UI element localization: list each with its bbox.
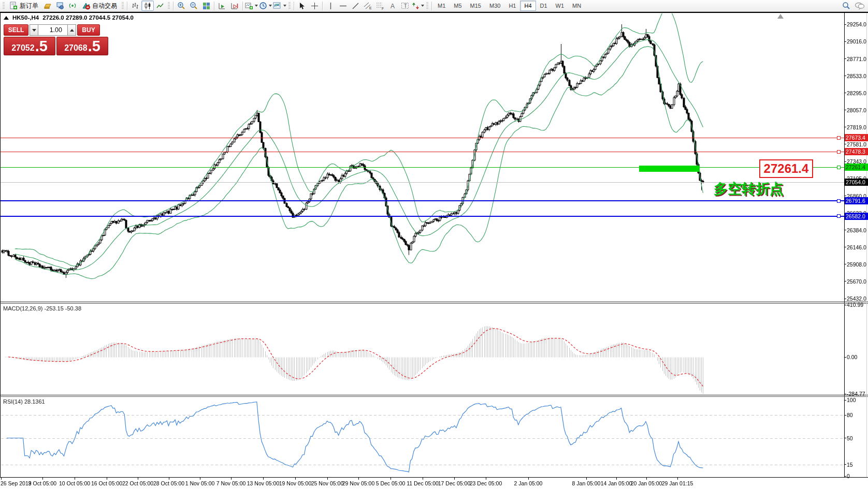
text-tool-button[interactable]: A <box>386 1 399 11</box>
hline-27673.4[interactable] <box>0 138 844 138</box>
signals-button[interactable] <box>66 1 79 11</box>
search-icon[interactable] <box>842 2 850 10</box>
price-line-tag: 26582.0 <box>845 213 868 220</box>
time-axis-border <box>0 477 868 478</box>
new-chart-button[interactable] <box>244 1 258 11</box>
hline-26791.6[interactable] <box>0 200 844 201</box>
macd-axis-label: 0.00 <box>847 354 857 360</box>
triangle-up-icon <box>70 29 74 32</box>
main-toolbar: 新订单 <box>0 0 868 12</box>
label-tool-button[interactable]: T <box>399 1 411 11</box>
timeframe-button-m30[interactable]: M30 <box>485 1 504 11</box>
vline-tool-button[interactable] <box>324 1 337 11</box>
price-line-tag: 27673.4 <box>845 134 868 141</box>
chat-icon[interactable] <box>855 2 865 10</box>
tile-windows-icon <box>202 2 210 10</box>
line-chart-mode-button[interactable] <box>154 1 166 11</box>
arrows-tool-button[interactable] <box>411 1 425 11</box>
scroll-marker-icon[interactable] <box>777 14 784 19</box>
chart-title: HK50-,H4 27226.0 27289.0 27044.5 27054.0 <box>4 14 134 21</box>
toolbar-grip[interactable] <box>168 2 170 9</box>
clock-icon <box>259 2 267 10</box>
rsi-separator[interactable] <box>0 395 868 395</box>
collapse-arrow-icon[interactable] <box>4 16 9 20</box>
hline-handle[interactable] <box>837 136 841 140</box>
hline-handle[interactable] <box>837 150 841 154</box>
auto-scroll-button[interactable] <box>216 1 228 11</box>
highlight-bar-annotation[interactable] <box>639 166 700 172</box>
timeframe-toolbar: M1M5M15M30H1H4D1W1MN <box>433 1 585 11</box>
volume-decrease-button[interactable] <box>30 24 38 36</box>
timeframe-button-w1[interactable]: W1 <box>552 1 569 11</box>
volume-input[interactable] <box>38 24 67 36</box>
hline-27261.4[interactable] <box>0 167 844 168</box>
label-tool-icon: T <box>401 2 410 10</box>
hline-tool-button[interactable] <box>337 1 349 11</box>
macd-separator[interactable] <box>0 302 868 302</box>
sell-button[interactable]: SELL <box>4 24 28 36</box>
arrows-icon <box>412 2 419 10</box>
trendline-tool-button[interactable] <box>349 1 361 11</box>
timeframe-button-h4[interactable]: H4 <box>520 1 536 11</box>
toolbar-separator <box>214 2 214 10</box>
bar-chart-mode-button[interactable] <box>129 1 141 11</box>
zoom-out-button[interactable] <box>187 1 200 11</box>
hline-handle[interactable] <box>837 214 841 218</box>
fibonacci-tool-button[interactable]: F <box>374 1 386 11</box>
auto-trading-button[interactable]: 自动交易 <box>79 1 120 11</box>
new-order-button[interactable]: 新订单 <box>6 1 41 11</box>
application-window: 新订单 <box>0 0 868 489</box>
indicators-button[interactable] <box>272 1 287 11</box>
window-right-edge <box>866 13 867 477</box>
cursor-tool-button[interactable] <box>296 1 308 11</box>
time-axis-label: 2 Jan 05:00 <box>505 480 552 486</box>
dropdown-caret-icon <box>269 5 272 7</box>
toolbar-grip[interactable] <box>122 2 124 9</box>
dropdown-caret-icon <box>421 5 424 7</box>
toolbar-grip[interactable] <box>288 2 291 9</box>
chart-shift-button[interactable] <box>228 1 241 11</box>
periods-button[interactable] <box>258 1 272 11</box>
price-line-tag: 27054.0 <box>845 179 868 186</box>
price-chart-canvas[interactable] <box>0 12 868 489</box>
zoom-in-button[interactable] <box>175 1 187 11</box>
channel-tool-button[interactable]: E <box>361 1 374 11</box>
timeframe-button-mn[interactable]: MN <box>568 1 585 11</box>
timeframe-button-d1[interactable]: D1 <box>536 1 552 11</box>
hline-handle[interactable] <box>837 199 841 203</box>
sell-price-tile[interactable]: 27052 .5 <box>4 37 55 55</box>
profiles-button[interactable] <box>41 1 54 11</box>
buy-button[interactable]: BUY <box>77 24 100 36</box>
price-axis-label: 29016.0 <box>847 38 866 45</box>
buy-price-frac: .5 <box>88 39 100 54</box>
volume-increase-button[interactable] <box>67 24 76 36</box>
candlestick-mode-button[interactable] <box>141 1 154 11</box>
note-text-annotation[interactable]: 多空转折点 <box>714 180 784 198</box>
navigator-button[interactable] <box>54 1 66 11</box>
timeframe-button-m5[interactable]: M5 <box>450 1 466 11</box>
buy-price-tile[interactable]: 27068 .5 <box>56 37 108 55</box>
timeframe-button-h1[interactable]: H1 <box>504 1 520 11</box>
price-line-tag: 27261.4 <box>845 164 868 171</box>
hline-26582.0[interactable] <box>0 216 844 217</box>
buy-price-int: 27068 <box>64 42 88 54</box>
price-axis-label: 28771.0 <box>847 56 866 62</box>
price-axis-border[interactable] <box>844 13 845 477</box>
hline-handle[interactable] <box>837 166 841 169</box>
toolbar-grip[interactable] <box>426 2 428 9</box>
timeframe-button-m15[interactable]: M15 <box>466 1 485 11</box>
toolbar-grip[interactable] <box>3 2 5 9</box>
rsi-axis-label: 100 <box>847 397 856 403</box>
sell-price-int: 27052 <box>11 42 35 54</box>
gold-profile-icon <box>44 2 52 10</box>
price-axis-label: 28533.0 <box>847 73 866 79</box>
price-line-tag: 27478.3 <box>845 148 868 155</box>
price-axis-label: 25908.0 <box>847 261 866 268</box>
new-order-label: 新订单 <box>20 2 38 10</box>
one-click-trade-panel: SELL BUY 27052 .5 27068 .5 <box>4 24 109 55</box>
price-callout-box[interactable]: 27261.4 <box>759 159 813 178</box>
timeframe-button-m1[interactable]: M1 <box>433 1 450 11</box>
crosshair-tool-button[interactable] <box>308 1 321 11</box>
hline-27478.3[interactable] <box>0 152 844 152</box>
tile-windows-button[interactable] <box>200 1 212 11</box>
